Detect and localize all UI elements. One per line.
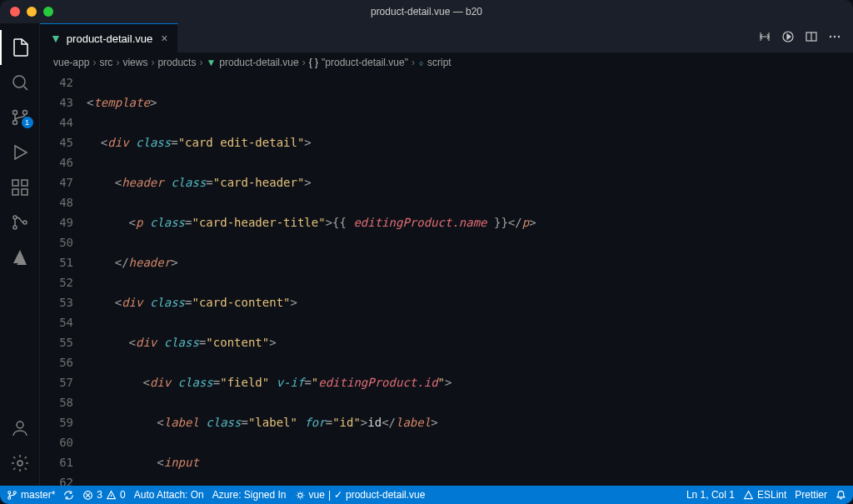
tab-close-icon[interactable]: × — [161, 32, 167, 45]
azure-icon[interactable] — [0, 240, 40, 275]
status-position[interactable]: Ln 1, Col 1 — [686, 489, 735, 501]
status-bell-icon[interactable] — [836, 490, 846, 501]
breadcrumb[interactable]: vue-app› src› views› products› ▼ product… — [40, 52, 853, 72]
tab-bar: ▼ product-detail.vue × — [40, 23, 853, 52]
window-title: product-detail.vue — b20 — [371, 6, 482, 17]
svg-rect-6 — [12, 189, 18, 195]
brackets-icon: { } — [309, 57, 318, 68]
code-editor[interactable]: 4243444546474849505152535455565758596061… — [40, 72, 853, 486]
svg-rect-4 — [12, 180, 18, 186]
svg-rect-5 — [22, 180, 27, 186]
more-icon[interactable] — [828, 30, 841, 47]
status-autoattach[interactable]: Auto Attach: On — [134, 489, 204, 501]
explorer-icon[interactable] — [0, 30, 40, 65]
status-branch[interactable]: master* — [7, 489, 55, 501]
search-icon[interactable] — [0, 65, 40, 100]
breadcrumb-seg[interactable]: views — [122, 57, 147, 68]
window-maximize[interactable] — [43, 7, 53, 17]
svg-point-0 — [13, 76, 25, 87]
svg-point-15 — [830, 35, 831, 37]
svg-point-22 — [298, 493, 302, 497]
svg-point-20 — [8, 497, 11, 499]
activity-bar: 1 — [0, 23, 40, 486]
git-graph-icon[interactable] — [0, 205, 40, 240]
run-icon[interactable] — [781, 30, 795, 47]
status-azure[interactable]: Azure: Signed In — [212, 489, 287, 501]
breadcrumb-seg[interactable]: src — [99, 57, 112, 68]
scm-badge: 1 — [22, 117, 33, 128]
status-prettier[interactable]: Prettier — [795, 489, 827, 501]
accounts-icon[interactable] — [0, 411, 40, 446]
compare-icon[interactable] — [758, 30, 771, 47]
svg-point-18 — [8, 491, 11, 493]
svg-point-19 — [13, 491, 16, 493]
vue-file-icon: ▼ — [206, 57, 216, 68]
svg-point-8 — [13, 216, 17, 219]
breadcrumb-seg[interactable]: products — [157, 57, 196, 68]
split-editor-icon[interactable] — [805, 30, 818, 47]
svg-point-12 — [17, 461, 22, 466]
status-eslint[interactable]: ESLint — [743, 489, 786, 501]
svg-point-11 — [17, 422, 23, 428]
svg-point-1 — [12, 111, 17, 115]
svg-point-16 — [834, 35, 836, 37]
extensions-icon[interactable] — [0, 170, 40, 205]
breadcrumb-seg[interactable]: product-detail.vue — [219, 57, 298, 68]
line-gutter: 4243444546474849505152535455565758596061… — [40, 72, 87, 486]
titlebar: product-detail.vue — b20 — [0, 0, 853, 23]
svg-point-9 — [13, 226, 17, 229]
statusbar: master* 3 0 Auto Attach: On Azure: Signe… — [0, 486, 853, 504]
svg-point-3 — [12, 121, 17, 125]
source-control-icon[interactable]: 1 — [0, 100, 40, 135]
vue-icon: ▼ — [50, 32, 62, 45]
script-icon: ⬨ — [418, 57, 424, 68]
tab-product-detail[interactable]: ▼ product-detail.vue × — [40, 23, 178, 52]
breadcrumb-seg[interactable]: script — [427, 57, 451, 68]
window-minimize[interactable] — [27, 7, 37, 17]
status-vue[interactable]: vue | ✓ product-detail.vue — [295, 489, 426, 501]
status-sync-icon[interactable] — [63, 490, 74, 501]
svg-rect-7 — [22, 189, 27, 195]
tab-label: product-detail.vue — [67, 32, 152, 45]
svg-point-10 — [23, 221, 27, 224]
breadcrumb-seg[interactable]: vue-app — [53, 57, 89, 68]
window-close[interactable] — [10, 7, 20, 17]
code-content[interactable]: <template> <div class="card edit-detail"… — [87, 72, 853, 486]
settings-gear-icon[interactable] — [0, 446, 40, 481]
run-debug-icon[interactable] — [0, 135, 40, 170]
status-problems[interactable]: 3 0 — [82, 489, 125, 501]
svg-point-2 — [22, 111, 27, 115]
breadcrumb-seg[interactable]: "product-detail.vue" — [322, 57, 408, 68]
svg-point-17 — [838, 35, 840, 37]
